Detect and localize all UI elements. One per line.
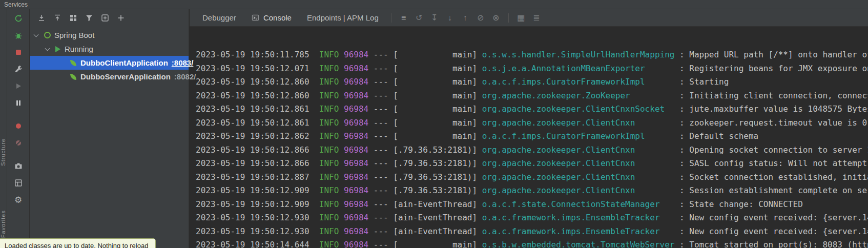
log-thread: main — [398, 64, 472, 73]
stop-button[interactable] — [11, 46, 26, 59]
mute-breakpoints-button[interactable] — [11, 136, 26, 150]
log-level: INFO — [319, 64, 339, 73]
services-tree-panel: Spring Boot Running DubboClientApplicati… — [30, 9, 189, 248]
kill-process-button[interactable]: ⊗ — [488, 11, 504, 25]
log-pid: 96984 — [344, 145, 368, 155]
log-logger: org.apache.zookeeper.ClientCnxnSocket — [482, 104, 679, 114]
tree-node-dubbo-client[interactable]: DubboClientApplication :8083/ — [30, 56, 189, 70]
log-time: 2023-05-19 19:50:12.887 — [196, 172, 319, 182]
tab-label: Debugger — [202, 13, 236, 22]
tab-console[interactable]: Console — [244, 9, 299, 26]
log-level: INFO — [319, 158, 339, 168]
log-thread: main — [398, 118, 472, 128]
thread-dump-button[interactable] — [11, 159, 26, 173]
tree-node-running[interactable]: Running — [30, 42, 189, 56]
view-breakpoints-button[interactable] — [11, 119, 26, 133]
log-thread: .79.36.53:2181) — [398, 185, 472, 195]
log-message: : Registering beans for JMX exposure on … — [679, 64, 868, 73]
group-by-button[interactable] — [66, 12, 80, 24]
tree-node-spring-boot[interactable]: Spring Boot — [30, 28, 189, 42]
rerun-console-button[interactable]: ↺ — [411, 11, 427, 25]
rerun-button[interactable] — [11, 12, 26, 25]
log-logger: o.a.c.f.imps.CuratorFrameworkImpl — [482, 77, 679, 87]
scroll-to-end-button[interactable]: ↧ — [427, 11, 442, 25]
stripe-favorites-button[interactable]: Favorites — [0, 210, 7, 238]
group-by-icon — [69, 14, 77, 22]
application-name: DubboClientApplication — [80, 58, 168, 67]
log-thread: .79.36.53:2181) — [398, 172, 472, 182]
log-message: : Mapped URL path [/**] onto handler of … — [679, 50, 868, 59]
log-time: 2023-05-19 19:50:12.866 — [196, 158, 319, 168]
filter-icon — [85, 14, 93, 22]
arrow-down-icon: ↓ — [448, 13, 452, 23]
add-boxed-button[interactable] — [98, 12, 112, 24]
options-menu-button[interactable]: ≡ — [396, 11, 411, 25]
log-message: : zookeeper.request.timeout value is 0. … — [679, 118, 868, 128]
collapse-all-button[interactable] — [50, 12, 65, 24]
print-button[interactable]: ▦ — [513, 11, 529, 25]
log-line: 2023-05-19 19:50:12.860 INFO 96984 --- [… — [196, 89, 868, 103]
log-thread: main — [398, 77, 472, 87]
log-sep: ] — [472, 104, 482, 114]
chevron-down-icon[interactable] — [34, 32, 39, 37]
log-sep: --- [ — [368, 213, 398, 222]
log-time: 2023-05-19 19:50:11.785 — [196, 50, 319, 59]
stripe-structure-button[interactable]: Structure — [0, 138, 7, 166]
log-time: 2023-05-19 19:50:14.644 — [196, 240, 319, 248]
filter-button[interactable] — [82, 12, 96, 24]
layout-button[interactable] — [11, 176, 26, 190]
log-time: 2023-05-19 19:50:12.860 — [196, 91, 319, 100]
log-pid: 96984 — [344, 64, 368, 73]
reload-notification: Loaded classes are up to date. Nothing t… — [0, 238, 156, 248]
log-sep: ] — [472, 158, 482, 168]
log-logger: org.apache.zookeeper.ClientCnxn — [482, 172, 679, 182]
tree-node-dubbo-server[interactable]: DubboServerApplication :8082/ — [30, 70, 189, 84]
tab-debugger[interactable]: Debugger — [195, 9, 244, 26]
log-pid: 96984 — [344, 199, 368, 209]
down-the-stack-button[interactable]: ↓ — [442, 11, 458, 25]
add-service-button[interactable] — [114, 12, 128, 24]
log-sep: --- [ — [368, 91, 398, 100]
tab-endpoints-apm-log[interactable]: Endpoints | APM Log — [299, 9, 386, 26]
tool-window-header: Services — [0, 0, 868, 9]
settings-button[interactable]: ⚙ — [11, 193, 26, 206]
log-time: 2023-05-19 19:50:12.930 — [196, 213, 319, 222]
log-space — [339, 91, 344, 100]
console-tab-bar: Debugger Console Endpoints | APM Log ≡ ↺… — [190, 9, 868, 27]
log-thread: main — [398, 50, 472, 59]
log-thread: ain-EventThread — [398, 226, 472, 236]
log-sep: ] — [472, 131, 482, 141]
log-message: : SASL config status: Will not attempt t… — [679, 158, 868, 168]
resume-button[interactable] — [11, 79, 26, 93]
camera-icon — [14, 162, 23, 170]
log-space — [339, 213, 344, 222]
spring-boot-icon — [44, 32, 51, 38]
tab-label: Endpoints | APM Log — [307, 13, 379, 22]
log-time: 2023-05-19 19:50:12.930 — [196, 226, 319, 236]
log-space — [339, 131, 344, 141]
rerun-icon: ↺ — [416, 13, 422, 23]
log-pid: 96984 — [344, 50, 368, 59]
edit-configuration-button[interactable] — [11, 63, 26, 76]
services-tree: Spring Boot Running DubboClientApplicati… — [30, 27, 189, 84]
debug-button[interactable] — [11, 29, 26, 42]
plus-icon — [117, 14, 125, 22]
tool-window-stripe: Structure Favorites — [0, 9, 7, 248]
clear-all-button[interactable]: ⊘ — [473, 11, 488, 25]
console-log[interactable]: 2023-05-19 19:50:11.785 INFO 96984 --- [… — [190, 27, 868, 248]
log-time: 2023-05-19 19:50:12.071 — [196, 64, 319, 73]
filter-settings-button[interactable]: ≣ — [529, 11, 544, 25]
log-logger: org.apache.zookeeper.ClientCnxn — [482, 118, 679, 128]
log-level: INFO — [319, 213, 339, 222]
arrow-down-bar-icon: ↧ — [431, 13, 438, 23]
pause-button[interactable] — [11, 96, 26, 110]
log-space — [339, 77, 344, 87]
layout-icon — [14, 179, 23, 187]
tree-node-label: Running — [65, 45, 93, 53]
log-line: 2023-05-19 19:50:14.644 INFO 96984 --- [… — [196, 238, 868, 248]
expand-all-button[interactable] — [34, 12, 49, 24]
log-message: : Socket connection established, initiat… — [679, 172, 868, 182]
up-the-stack-button[interactable]: ↑ — [458, 11, 473, 25]
chevron-down-icon[interactable] — [45, 46, 50, 51]
log-sep: ] — [472, 64, 482, 73]
